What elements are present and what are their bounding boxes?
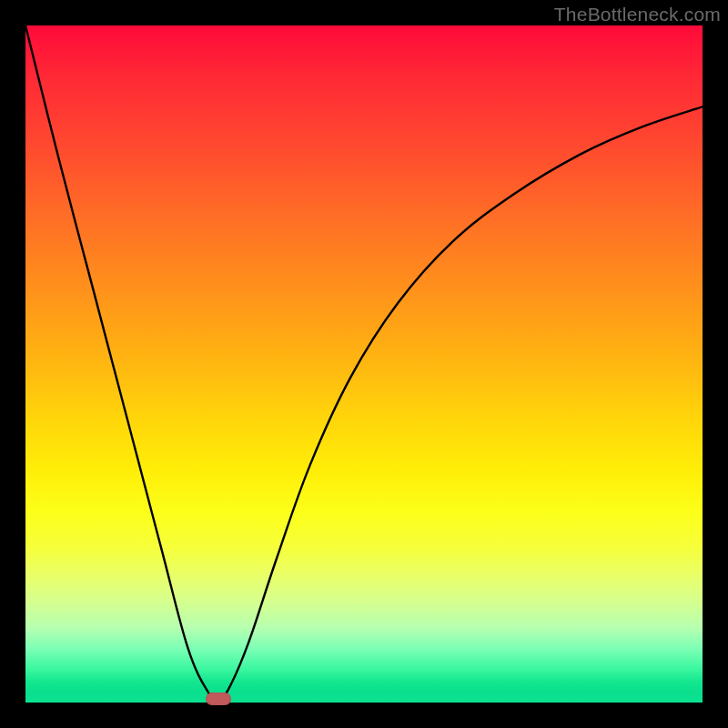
watermark-text: TheBottleneck.com [554,4,721,25]
bottleneck-curve [25,25,703,703]
optimal-point-marker [206,693,231,705]
plot-area [25,25,703,703]
chart-frame: TheBottleneck.com [0,0,728,728]
